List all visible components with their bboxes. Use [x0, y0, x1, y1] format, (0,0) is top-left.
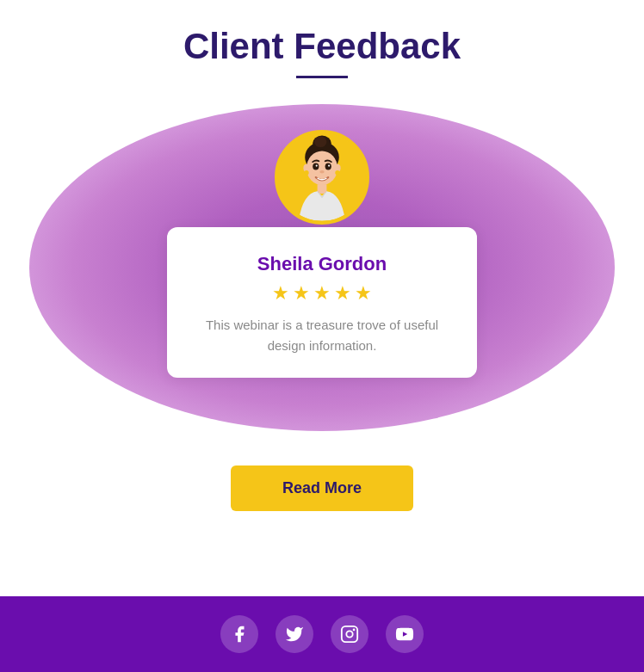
- svg-point-6: [304, 170, 308, 175]
- title-divider: [296, 76, 348, 78]
- testimonial-oval: Sheila Gordon ★ ★ ★ ★ ★ This webinar is …: [29, 104, 615, 431]
- feedback-card: Sheila Gordon ★ ★ ★ ★ ★ This webinar is …: [167, 227, 477, 378]
- instagram-svg: [340, 625, 359, 644]
- star-4: ★: [334, 282, 351, 305]
- svg-point-12: [319, 170, 324, 174]
- youtube-icon[interactable]: [386, 615, 424, 653]
- feedback-text: This webinar is a treasure trove of usef…: [201, 315, 443, 356]
- svg-point-9: [325, 163, 331, 170]
- read-more-button[interactable]: Read More: [231, 465, 413, 511]
- star-5: ★: [355, 282, 372, 305]
- main-content: Client Feedback: [0, 0, 644, 596]
- person-illustration: [283, 135, 361, 221]
- svg-point-2: [314, 136, 326, 147]
- star-3: ★: [313, 282, 331, 305]
- twitter-icon[interactable]: [276, 615, 313, 653]
- avatar: [275, 130, 369, 225]
- svg-point-8: [313, 163, 319, 170]
- footer: [0, 596, 644, 672]
- client-name: Sheila Gordon: [201, 253, 443, 275]
- avatar-face: [278, 133, 366, 221]
- star-1: ★: [272, 282, 289, 305]
- twitter-svg: [285, 625, 304, 644]
- instagram-icon[interactable]: [331, 615, 368, 653]
- svg-point-16: [353, 629, 356, 632]
- facebook-svg: [230, 625, 249, 644]
- svg-point-15: [346, 631, 352, 637]
- youtube-svg: [395, 625, 414, 644]
- page-title: Client Feedback: [183, 26, 461, 67]
- svg-rect-13: [318, 184, 327, 194]
- svg-point-7: [335, 170, 339, 175]
- svg-point-11: [328, 165, 330, 167]
- svg-rect-14: [342, 626, 357, 642]
- svg-point-10: [316, 165, 318, 167]
- facebook-icon[interactable]: [220, 615, 258, 653]
- stars-row: ★ ★ ★ ★ ★: [201, 282, 443, 305]
- star-2: ★: [293, 282, 310, 305]
